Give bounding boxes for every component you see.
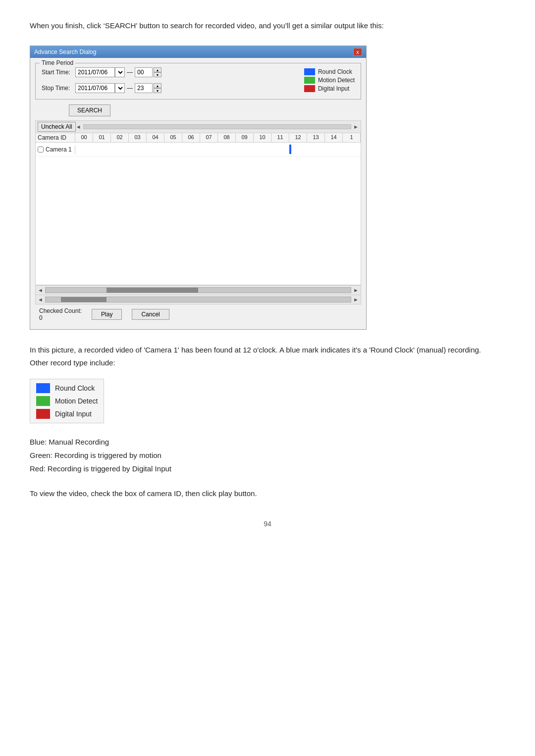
start-time-row: Start Time: — ▲ ▼	[42, 67, 161, 77]
dialog-legend-red: Digital Input	[304, 85, 355, 92]
blue-color-box	[304, 68, 315, 75]
time-period-legend: Time Period	[40, 59, 75, 66]
standalone-blue-label: Round Clock	[55, 384, 95, 392]
bottom-scrollbar[interactable]	[45, 287, 351, 293]
standalone-green-item: Motion Detect	[36, 396, 98, 406]
grid-scroll-left[interactable]: ◄	[76, 124, 81, 130]
bottom-scroll-left-left[interactable]: ◄	[38, 287, 43, 293]
blue-description: Blue: Manual Recording	[30, 435, 505, 449]
color-descriptions: Blue: Manual Recording Green: Recording …	[30, 435, 505, 475]
standalone-green-label: Motion Detect	[55, 397, 98, 405]
time-period-group: Time Period Start Time: — ▲ ▼	[35, 63, 361, 100]
body-paragraph: In this picture, a recorded video of 'Ca…	[30, 344, 505, 356]
red-description: Red: Recording is triggered by Digital I…	[30, 462, 505, 475]
cancel-button[interactable]: Cancel	[132, 309, 169, 320]
dialog-legend-blue: Round Clock	[304, 68, 355, 75]
stop-date-input[interactable]	[75, 83, 115, 93]
start-hour-up[interactable]: ▲	[154, 67, 161, 72]
dialog-red-label: Digital Input	[318, 85, 349, 92]
camera-scrollbar[interactable]	[45, 297, 351, 302]
stop-dash: —	[127, 85, 133, 92]
stop-hour-down[interactable]: ▼	[154, 88, 161, 93]
hour-cell-06: 06	[182, 133, 200, 142]
camera-id-header: Camera ID	[36, 133, 75, 142]
camera-grid-area: Uncheck All ◄ ► Camera ID 00010203040506…	[35, 120, 361, 304]
empty-rows	[36, 156, 361, 285]
dialog-titlebar: Advance Search Dialog x	[30, 46, 366, 58]
hour-cell-05: 05	[164, 133, 182, 142]
checked-count-value: 0	[39, 314, 82, 321]
uncheck-all-button[interactable]: Uncheck All	[38, 122, 76, 132]
intro-text: When you finish, click ‘SEARCH’ button t…	[30, 20, 505, 32]
dialog-wrapper: Advance Search Dialog x Time Period Star…	[30, 46, 505, 330]
stop-date-dropdown[interactable]	[115, 83, 125, 93]
checked-count-area: Checked Count: 0	[39, 307, 82, 321]
start-date-input[interactable]	[75, 67, 115, 77]
body-text-block: In this picture, a recorded video of 'Ca…	[30, 344, 505, 369]
hour-cell-11: 11	[271, 133, 289, 142]
hour-cell-09: 09	[236, 133, 254, 142]
camera-scrollbar-thumb	[61, 297, 107, 302]
standalone-red-box	[36, 409, 50, 419]
standalone-green-box	[36, 396, 50, 406]
dialog-body: Time Period Start Time: — ▲ ▼	[30, 58, 366, 329]
view-instruction: To view the video, check the box of came…	[30, 487, 505, 500]
search-button[interactable]: SEARCH	[69, 104, 110, 116]
camera-1-checkbox[interactable]	[38, 147, 44, 152]
standalone-blue-item: Round Clock	[36, 383, 98, 393]
standalone-blue-box	[36, 383, 50, 393]
green-color-box	[304, 77, 315, 84]
bottom-scroll-area: ◄ ►	[36, 285, 361, 295]
bottom-scrollbar-thumb	[107, 288, 198, 293]
hour-cells: 0001020304050607080910111213141	[75, 133, 361, 142]
camera-1-timeline	[75, 143, 361, 156]
hour-cell-13: 13	[307, 133, 325, 142]
hour-cell-02: 02	[111, 133, 129, 142]
bottom-scroll-left-right[interactable]: ►	[353, 287, 359, 293]
camera-1-row: Camera 1	[36, 143, 361, 156]
dialog-close-button[interactable]: x	[353, 48, 362, 56]
standalone-red-item: Digital Input	[36, 409, 98, 419]
camera-scroll-right[interactable]: ►	[353, 297, 359, 302]
camera-list-scroll-area: ◄ ►	[36, 295, 361, 304]
play-button[interactable]: Play	[92, 309, 122, 320]
dialog-blue-label: Round Clock	[318, 68, 352, 75]
standalone-red-label: Digital Input	[55, 410, 92, 418]
hour-cell-08: 08	[218, 133, 236, 142]
stop-time-label: Stop Time:	[42, 85, 75, 92]
hour-cell-03: 03	[129, 133, 147, 142]
other-record-label: Other record type include:	[30, 356, 505, 369]
green-description: Green: Recording is triggered by motion	[30, 449, 505, 462]
hour-cell-04: 04	[147, 133, 164, 142]
hour-cell-12: 12	[289, 133, 307, 142]
bottom-controls: Checked Count: 0 Play Cancel	[35, 304, 361, 324]
dialog-legend-green: Motion Detect	[304, 77, 355, 84]
time-inputs-col: Start Time: — ▲ ▼ Stop Tim	[42, 67, 161, 93]
dialog-legend-area: Round Clock Motion Detect Digital Input	[304, 68, 355, 92]
hour-cell-00: 00	[75, 133, 93, 142]
start-date-dropdown[interactable]	[115, 67, 125, 77]
grid-scroll-right[interactable]: ►	[353, 124, 359, 130]
stop-hour-up[interactable]: ▲	[154, 83, 161, 88]
checked-count-label: Checked Count:	[39, 307, 82, 314]
advance-search-dialog: Advance Search Dialog x Time Period Star…	[30, 46, 367, 330]
start-time-label: Start Time:	[42, 69, 75, 76]
start-dash: —	[127, 69, 133, 76]
camera-scroll-left[interactable]: ◄	[38, 297, 43, 302]
start-hour-input[interactable]	[135, 67, 153, 77]
hour-cell-01: 01	[93, 133, 111, 142]
dialog-title: Advance Search Dialog	[34, 49, 96, 55]
camera-1-label: Camera 1	[46, 146, 72, 153]
stop-time-row: Stop Time: — ▲ ▼	[42, 83, 161, 93]
start-spinner: ▲ ▼	[154, 67, 161, 77]
camera-1-mark-12	[289, 145, 291, 154]
stop-hour-input[interactable]	[135, 83, 153, 93]
start-hour-down[interactable]: ▼	[154, 72, 161, 77]
stop-spinner: ▲ ▼	[154, 83, 161, 93]
hour-cell-10: 10	[254, 133, 271, 142]
time-period-inner: Start Time: — ▲ ▼ Stop Tim	[42, 67, 355, 93]
standalone-legend: Round Clock Motion Detect Digital Input	[30, 379, 104, 423]
page-number: 94	[30, 520, 505, 528]
hour-cell-14: 14	[325, 133, 343, 142]
grid-scrollbar-track[interactable]	[83, 124, 352, 129]
